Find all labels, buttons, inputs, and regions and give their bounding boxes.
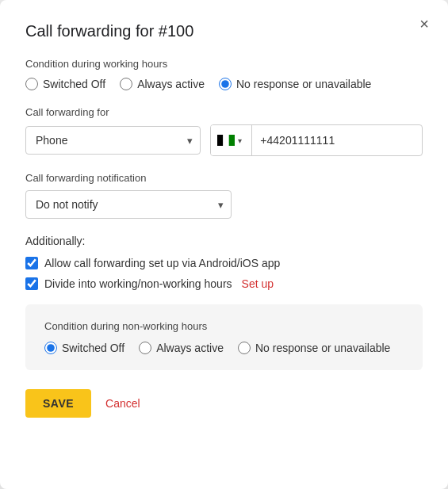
allow-app-label: Allow call forwarding set up via Android… [44,257,280,269]
cancel-button[interactable]: Cancel [105,397,140,410]
divide-hours-checkbox-row: Divide into working/non-working hours Se… [25,277,423,290]
non-working-hours-box: Condition during non-working hours Switc… [25,304,423,370]
notification-select[interactable]: Do not notify Notify always Notify on fo… [25,190,232,219]
country-flag-dropdown[interactable]: ▾ [211,125,252,155]
nwh-switched-off-option[interactable]: Switched Off [44,342,124,354]
divide-hours-label: Divide into working/non-working hours [44,277,232,290]
non-working-radio-group: Switched Off Always active No response o… [44,342,404,354]
nwh-switched-off-label: Switched Off [62,342,124,354]
setup-link[interactable]: Set up [242,277,274,290]
close-button[interactable]: × [416,13,432,35]
phone-type-select-wrap: Phone SIP Extension ▾ [25,126,201,155]
nwh-always-active-radio[interactable] [139,342,151,354]
wh-switched-off-label: Switched Off [43,78,105,90]
wh-no-response-option[interactable]: No response or unavailable [219,78,371,90]
wh-switched-off-option[interactable]: Switched Off [25,78,105,90]
nwh-always-active-label: Always active [156,342,224,354]
nwh-no-response-label: No response or unavailable [255,342,390,354]
notification-select-wrap: Do not notify Notify always Notify on fo… [25,190,232,219]
nwh-no-response-option[interactable]: No response or unavailable [238,342,390,354]
nwh-switched-off-radio[interactable] [44,342,57,354]
wh-switched-off-radio[interactable] [25,78,38,90]
working-hours-label: Condition during working hours [25,58,423,70]
phone-input-wrap: ▾ [210,124,423,156]
wh-no-response-label: No response or unavailable [236,78,371,90]
non-working-hours-title: Condition during non-working hours [44,320,404,332]
bottom-buttons: SAVE Cancel [25,389,423,418]
wh-always-active-label: Always active [137,78,205,90]
nwh-no-response-radio[interactable] [238,342,251,354]
wh-always-active-radio[interactable] [120,78,132,90]
call-forwarding-dialog: × Call forwarding for #100 Condition dur… [0,0,448,489]
allow-app-checkbox[interactable] [25,257,38,269]
phone-number-input[interactable] [252,127,422,154]
forwarding-for-row: Phone SIP Extension ▾ ▾ [25,124,423,156]
working-hours-radio-group: Switched Off Always active No response o… [25,78,423,90]
notification-label: Call forwarding notification [25,172,423,184]
notification-section: Call forwarding notification Do not noti… [25,172,423,219]
additionally-label: Additionally: [25,235,423,247]
phone-type-select[interactable]: Phone SIP Extension [25,126,201,155]
save-button[interactable]: SAVE [25,389,91,418]
nwh-always-active-option[interactable]: Always active [139,342,224,354]
wh-always-active-option[interactable]: Always active [120,78,205,90]
wh-no-response-radio[interactable] [219,78,232,90]
forwarding-for-label: Call forwarding for [25,106,423,118]
flag-chevron-icon: ▾ [238,136,242,145]
afghanistan-flag-icon [217,135,235,146]
divide-hours-checkbox[interactable] [25,277,38,290]
allow-app-checkbox-row: Allow call forwarding set up via Android… [25,257,423,269]
dialog-title: Call forwarding for #100 [25,22,423,40]
